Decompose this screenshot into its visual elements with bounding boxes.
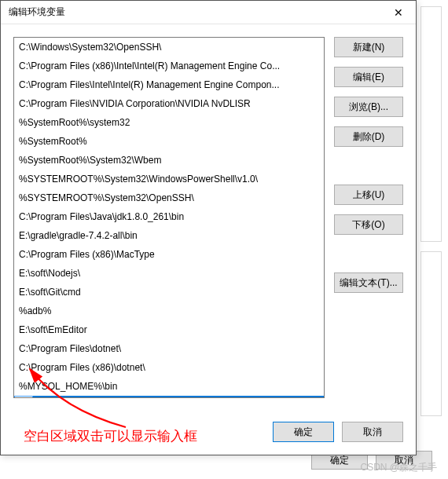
list-item[interactable]: %SystemRoot%\System32\Wbem [14,151,324,170]
list-item[interactable]: %SYSTEMROOT%\System32\WindowsPowerShell\… [14,170,324,188]
list-item[interactable]: E:\gradle\gradle-7.4.2-all\bin [14,226,324,245]
list-item[interactable]: %SystemRoot%\system32 [14,113,324,132]
edit-env-var-dialog: 编辑环境变量 ✕ C:\Windows\System32\OpenSSH\C:\… [0,0,417,455]
ok-button[interactable]: 确定 [273,422,334,442]
path-listbox[interactable]: C:\Windows\System32\OpenSSH\C:\Program F… [13,37,325,398]
outer-panel-top [420,6,442,242]
move-up-button[interactable]: 上移(U) [334,185,403,205]
list-item[interactable]: C:\Program Files\Java\jdk1.8.0_261\bin [14,207,324,226]
list-item[interactable]: C:\Program Files\Intel\Intel(R) Manageme… [14,75,324,94]
list-item[interactable]: %SystemRoot% [14,132,324,151]
side-button-column: 新建(N) 编辑(E) 浏览(B)... 删除(D) 上移(U) 下移(O) 编… [334,37,403,409]
watermark: CSDN @森之千手 [360,461,437,474]
titlebar: 编辑环境变量 ✕ [1,1,416,24]
dialog-body: C:\Windows\System32\OpenSSH\C:\Program F… [1,24,416,422]
new-button[interactable]: 新建(N) [334,37,403,57]
cancel-button[interactable]: 取消 [342,422,403,442]
edit-input[interactable] [14,396,33,398]
edit-selection[interactable] [33,396,324,398]
list-item[interactable]: C:\Program Files (x86)\MacType [14,245,324,264]
edit-text-button[interactable]: 编辑文本(T)... [334,272,403,293]
close-icon[interactable]: ✕ [380,1,416,24]
edit-button[interactable]: 编辑(E) [334,67,403,87]
list-item[interactable]: C:\Program Files\NVIDIA Corporation\NVID… [14,94,324,113]
list-item[interactable]: %MYSQL_HOME%\bin [14,377,324,396]
list-item[interactable]: C:\Program Files (x86)\dotnet\ [14,358,324,377]
dialog-title: 编辑环境变量 [9,5,65,19]
list-item[interactable]: C:\Program Files (x86)\Intel\Intel(R) Ma… [14,57,324,75]
list-item[interactable]: %adb% [14,302,324,320]
delete-button[interactable]: 删除(D) [334,126,403,147]
list-item[interactable]: E:\soft\Git\cmd [14,283,324,302]
move-down-button[interactable]: 下移(O) [334,214,403,235]
list-item[interactable]: E:\soft\Nodejs\ [14,264,324,283]
list-item[interactable]: C:\Program Files\dotnet\ [14,339,324,358]
list-item[interactable]: %SYSTEMROOT%\System32\OpenSSH\ [14,188,324,207]
annotation-text: 空白区域双击可以显示输入框 [24,427,197,445]
list-item-editing[interactable] [14,396,324,398]
list-item[interactable]: E:\soft\EmEditor [14,320,324,339]
browse-button[interactable]: 浏览(B)... [334,97,403,117]
outer-panel-bottom [420,251,442,416]
list-item[interactable]: C:\Windows\System32\OpenSSH\ [14,38,324,57]
